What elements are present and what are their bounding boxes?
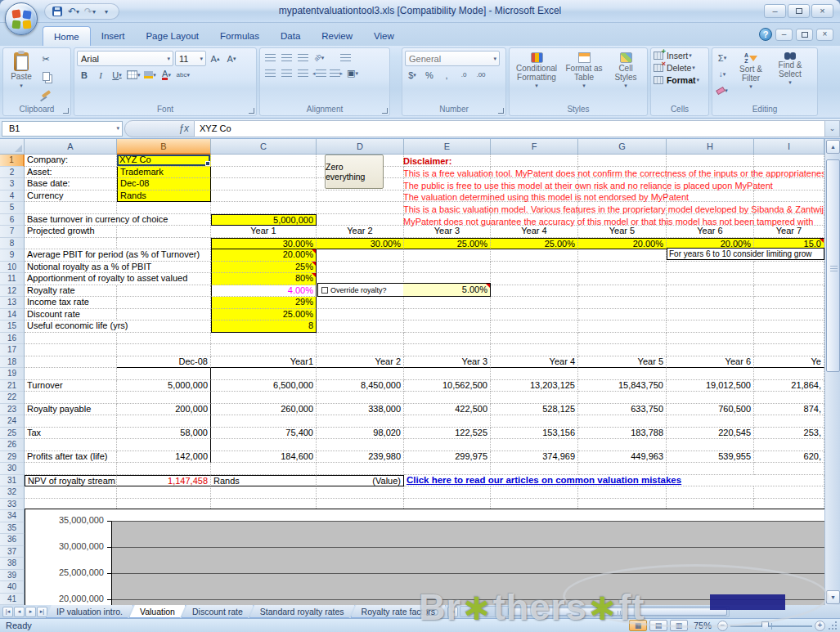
- italic-button[interactable]: I: [93, 68, 108, 82]
- cell-D14[interactable]: [317, 309, 404, 321]
- cell-I11[interactable]: [754, 273, 824, 285]
- cell-G14[interactable]: [578, 309, 667, 321]
- row-header-4[interactable]: 4: [0, 190, 25, 203]
- copy-button[interactable]: [38, 69, 53, 83]
- cell-A11[interactable]: Apportionment of royalty to asset valued: [25, 273, 211, 285]
- restore-button[interactable]: [788, 4, 810, 18]
- cell-A1[interactable]: Company:: [25, 155, 117, 167]
- cell-F29[interactable]: 374,969: [491, 451, 578, 464]
- zero-everything-button[interactable]: Zero everything: [325, 155, 384, 189]
- wrap-text-button[interactable]: [338, 51, 353, 65]
- cell-B1[interactable]: XYZ Co: [117, 155, 211, 167]
- cell-C31[interactable]: Rands: [211, 475, 317, 487]
- alignment-dialog-launcher[interactable]: [382, 108, 388, 114]
- cell-E26[interactable]: [404, 439, 491, 451]
- row-header-6[interactable]: 6: [0, 214, 25, 226]
- ribbon-tab-review[interactable]: Review: [311, 26, 363, 46]
- cell-A32[interactable]: [25, 486, 117, 499]
- cell-A17[interactable]: [25, 344, 117, 356]
- cell-B18[interactable]: Dec-08: [117, 356, 211, 369]
- cell-D30[interactable]: [317, 463, 404, 475]
- cut-button[interactable]: ✂: [38, 52, 53, 66]
- cell-H17[interactable]: [667, 344, 754, 356]
- cell-I21[interactable]: 21,864,: [754, 380, 824, 392]
- cell-A7[interactable]: Projected growth: [25, 226, 117, 238]
- cell-F23[interactable]: 528,125: [491, 404, 578, 416]
- help-button[interactable]: ?: [759, 28, 772, 41]
- cell-I18[interactable]: Ye: [754, 356, 824, 369]
- workbook-minimize-button[interactable]: –: [775, 29, 793, 41]
- cell-C15[interactable]: 8: [211, 320, 317, 333]
- cell-H13[interactable]: [667, 297, 754, 309]
- ribbon-tab-formulas[interactable]: Formulas: [209, 26, 270, 46]
- cell-D9[interactable]: [317, 249, 404, 262]
- cell-D16[interactable]: [317, 333, 404, 345]
- cell-A13[interactable]: Income tax rate: [25, 297, 117, 309]
- override-royalty-value[interactable]: 5.00%: [403, 284, 490, 296]
- cell-F13[interactable]: [491, 297, 578, 309]
- cell-B17[interactable]: [117, 344, 211, 356]
- row-header-14[interactable]: 14: [0, 309, 25, 321]
- sheet-tab-valuation[interactable]: Valuation: [129, 605, 186, 618]
- cell-A8[interactable]: [25, 238, 117, 250]
- cell-D4[interactable]: [317, 190, 404, 203]
- row-header-31[interactable]: 31: [0, 475, 25, 487]
- scroll-up-button[interactable]: ▲: [826, 140, 840, 154]
- row-header-34[interactable]: 34: [0, 510, 25, 522]
- format-as-table-button[interactable]: Format as Table▾: [564, 51, 604, 91]
- cell-D31[interactable]: (Value): [317, 475, 404, 487]
- cell-D18[interactable]: Year 2: [317, 356, 404, 369]
- row-header-32[interactable]: 32: [0, 486, 25, 499]
- cell-D21[interactable]: 8,450,000: [317, 380, 404, 392]
- cell-F11[interactable]: [491, 273, 578, 285]
- ribbon-tab-view[interactable]: View: [363, 26, 405, 46]
- cell-B25[interactable]: 58,000: [117, 428, 211, 440]
- row-header-38[interactable]: 38: [0, 558, 25, 570]
- cell-A23[interactable]: Royalty payable: [25, 404, 117, 416]
- next-sheet-button[interactable]: ▸: [25, 607, 36, 617]
- cell-F26[interactable]: [491, 439, 578, 451]
- cell-F18[interactable]: Year 4: [491, 356, 578, 369]
- cell-G21[interactable]: 15,843,750: [578, 380, 667, 392]
- customize-qat-button[interactable]: ▾: [99, 5, 114, 18]
- cell-H15[interactable]: [667, 320, 754, 333]
- column-header-G[interactable]: G: [578, 139, 667, 155]
- cell-E16[interactable]: [404, 333, 491, 345]
- cell-G9[interactable]: [578, 249, 667, 262]
- row-header-11[interactable]: 11: [0, 273, 25, 285]
- cell-H26[interactable]: [667, 439, 754, 451]
- accounting-format-button[interactable]: $▾: [405, 68, 420, 82]
- cell-A16[interactable]: [25, 333, 117, 345]
- cell-E9[interactable]: [404, 249, 491, 262]
- cell-C2[interactable]: [211, 167, 317, 179]
- column-header-H[interactable]: H: [667, 139, 754, 155]
- vertical-scroll-thumb[interactable]: [826, 159, 840, 372]
- format-cells-button[interactable]: Format▾: [654, 75, 699, 85]
- cell-E22[interactable]: [404, 392, 491, 404]
- cell-E23[interactable]: 422,500: [404, 404, 491, 416]
- cell-I19[interactable]: [754, 368, 824, 380]
- row-header-40[interactable]: 40: [0, 581, 25, 594]
- row-header-16[interactable]: 16: [0, 333, 25, 345]
- cell-A2[interactable]: Asset:: [25, 167, 117, 179]
- cell-G8[interactable]: 20.00%: [578, 238, 667, 250]
- column-header-D[interactable]: D: [317, 139, 404, 155]
- cell-F19[interactable]: [491, 368, 578, 380]
- cell-C17[interactable]: [211, 344, 317, 356]
- fill-button[interactable]: ↓▾: [715, 67, 730, 81]
- cell-F10[interactable]: [491, 262, 578, 274]
- cell-D7[interactable]: Year 2: [317, 226, 404, 238]
- cell-D5[interactable]: [317, 202, 404, 214]
- cell-I25[interactable]: 253,: [754, 428, 824, 440]
- cell-D13[interactable]: [317, 297, 404, 309]
- cell-F32[interactable]: [491, 486, 578, 499]
- row-header-12[interactable]: 12: [0, 285, 25, 298]
- row-header-26[interactable]: 26: [0, 439, 25, 451]
- cell-B22[interactable]: [117, 392, 211, 404]
- cell-I17[interactable]: [754, 344, 824, 356]
- cell-C29[interactable]: 184,600: [211, 451, 317, 464]
- cell-B3[interactable]: Dec-08: [117, 178, 211, 190]
- row-header-15[interactable]: 15: [0, 320, 25, 333]
- cell-B4[interactable]: Rands: [117, 190, 211, 203]
- cell-H24[interactable]: [667, 415, 754, 428]
